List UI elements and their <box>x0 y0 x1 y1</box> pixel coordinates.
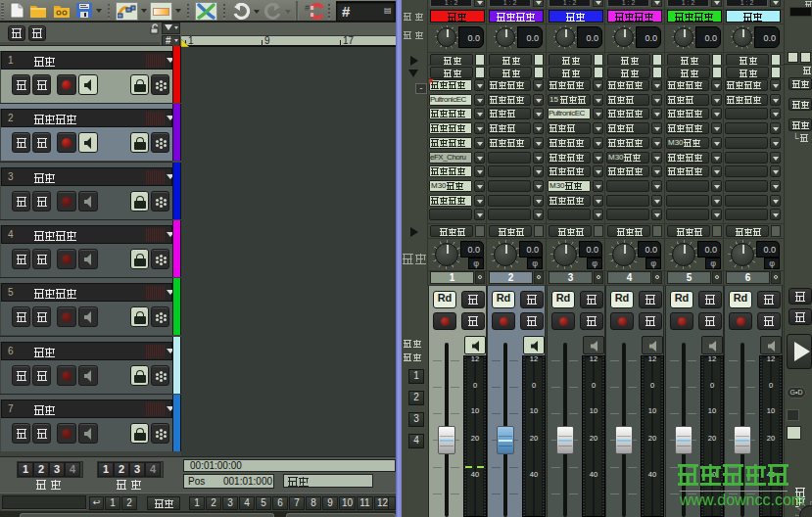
svg-text:#: # <box>305 3 310 13</box>
